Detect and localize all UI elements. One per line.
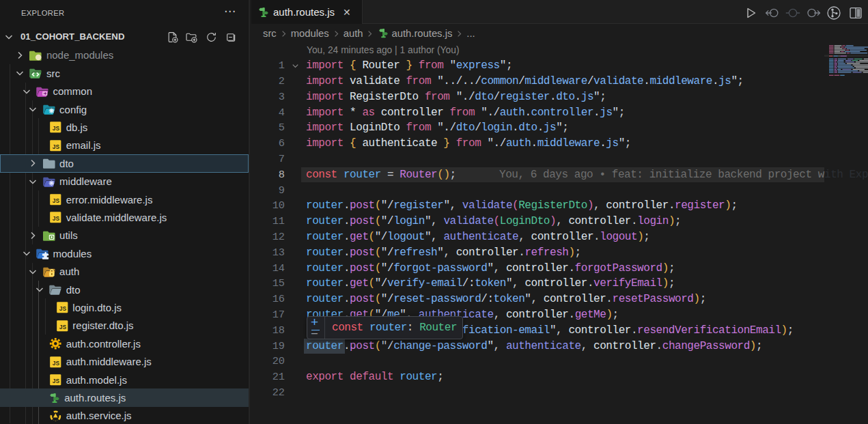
svg-text:JS: JS xyxy=(53,197,60,204)
svg-text:JS: JS xyxy=(53,378,60,384)
svg-text:JS: JS xyxy=(53,143,60,150)
svg-text:JS: JS xyxy=(53,360,60,367)
svg-text:JS: JS xyxy=(53,215,60,222)
svg-text:JS: JS xyxy=(59,305,67,312)
svg-text:JS: JS xyxy=(53,125,60,132)
svg-text:JS: JS xyxy=(59,324,67,330)
